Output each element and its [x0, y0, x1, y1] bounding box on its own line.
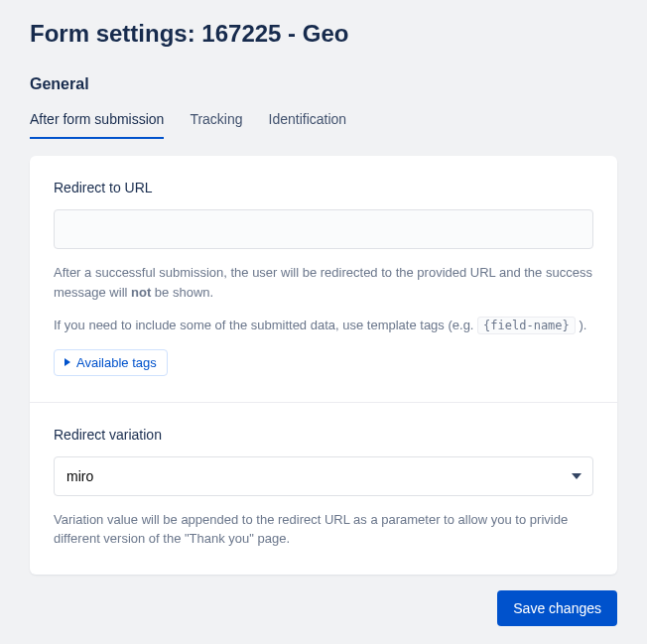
redirect-variation-label: Redirect variation — [54, 427, 593, 443]
disclosure-triangle-icon — [65, 358, 70, 366]
available-tags-label: Available tags — [76, 355, 157, 370]
tabs-bar: After form submission Tracking Identific… — [30, 111, 617, 140]
redirect-variation-select[interactable]: miro — [54, 456, 593, 496]
save-changes-button[interactable]: Save changes — [497, 590, 617, 626]
redirect-url-input[interactable] — [54, 209, 593, 249]
help-text-span: ). — [576, 318, 587, 332]
template-tag-code: {field-name} — [477, 317, 576, 334]
redirect-url-help-tags: If you need to include some of the submi… — [54, 316, 593, 335]
redirect-url-label: Redirect to URL — [54, 180, 593, 195]
tab-tracking[interactable]: Tracking — [190, 111, 242, 139]
redirect-url-section: Redirect to URL After a successful submi… — [30, 156, 617, 402]
redirect-url-help: After a successful submission, the user … — [54, 263, 593, 302]
available-tags-button[interactable]: Available tags — [54, 349, 168, 376]
help-text-span: be shown. — [151, 285, 213, 300]
help-text-bold: not — [131, 285, 151, 300]
redirect-variation-help: Variation value will be appended to the … — [54, 510, 593, 549]
tab-identification[interactable]: Identification — [269, 111, 347, 139]
tab-after-form-submission[interactable]: After form submission — [30, 111, 164, 139]
section-heading-general: General — [30, 75, 617, 93]
settings-card: Redirect to URL After a successful submi… — [30, 156, 617, 575]
actions-bar: Save changes — [30, 590, 617, 626]
redirect-variation-select-wrap: miro — [54, 456, 593, 496]
redirect-variation-section: Redirect variation miro Variation value … — [30, 402, 617, 575]
help-text-span: If you need to include some of the submi… — [54, 318, 477, 332]
page-title: Form settings: 167225 - Geo — [30, 20, 617, 48]
